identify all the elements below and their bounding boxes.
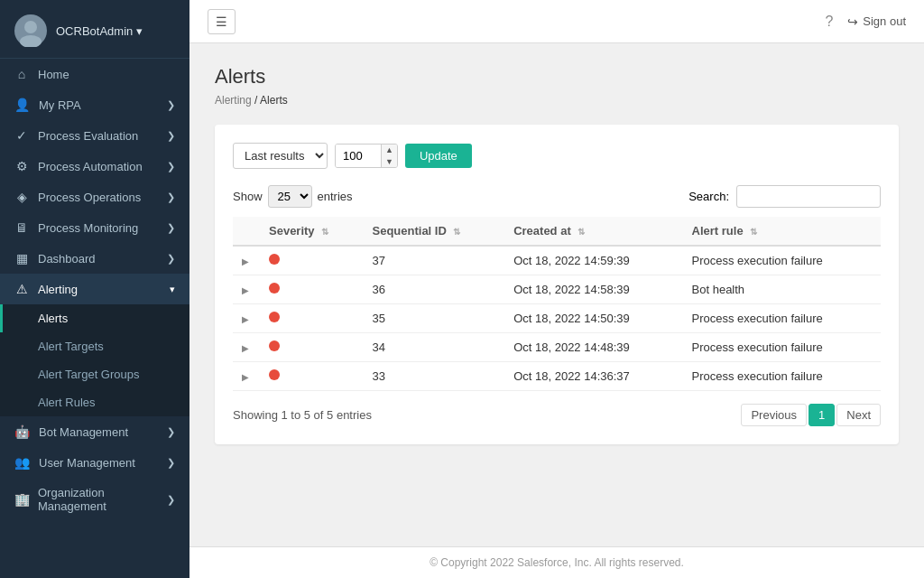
- expand-button[interactable]: ▶: [242, 372, 249, 382]
- severity-indicator: [269, 340, 280, 351]
- chevron-icon: ❯: [167, 494, 175, 506]
- sidebar-navigation: ⌂ Home 👤 My RPA ❯ ✓ Process Evaluation ❯…: [0, 59, 189, 578]
- chevron-icon: ❯: [167, 191, 175, 203]
- sidebar-item-process-automation[interactable]: ⚙ Process Automation ❯: [0, 151, 189, 182]
- chevron-icon: ❯: [167, 99, 175, 111]
- chevron-icon: ❯: [167, 222, 175, 234]
- created-at-cell: Oct 18, 2022 14:36:37: [504, 362, 682, 391]
- table-row: ▶ 36 Oct 18, 2022 14:58:39 Bot health: [233, 275, 881, 304]
- expand-cell: ▶: [233, 362, 260, 391]
- dropdown-icon: ▾: [136, 24, 143, 38]
- expand-button[interactable]: ▶: [242, 343, 249, 353]
- table-row: ▶ 37 Oct 18, 2022 14:59:39 Process execu…: [233, 246, 881, 275]
- created-at-cell: Oct 18, 2022 14:50:39: [504, 304, 682, 333]
- sidebar-item-home[interactable]: ⌂ Home: [0, 59, 189, 89]
- chevron-icon: ❯: [167, 457, 175, 469]
- severity-cell: [260, 304, 363, 333]
- table-controls: Show 25 entries Search:: [233, 185, 881, 208]
- alert-rule-cell: Process execution failure: [683, 246, 881, 275]
- created-at-cell: Oct 18, 2022 14:59:39: [504, 246, 682, 275]
- sidebar-item-dashboard[interactable]: ▦ Dashboard ❯: [0, 243, 189, 274]
- entries-select[interactable]: 25: [268, 185, 312, 208]
- chevron-icon: ❯: [167, 130, 175, 142]
- previous-button[interactable]: Previous: [741, 404, 807, 426]
- alert-rule-cell: Process execution failure: [683, 362, 881, 391]
- severity-cell: [260, 362, 363, 391]
- svg-point-1: [20, 35, 42, 47]
- dashboard-icon: ▦: [14, 251, 29, 266]
- svg-point-0: [24, 21, 37, 33]
- sidebar-item-my-rpa[interactable]: 👤 My RPA ❯: [0, 89, 189, 120]
- created-at-cell: Oct 18, 2022 14:58:39: [504, 275, 682, 304]
- table-header-row: Severity ⇅ Sequential ID ⇅ Created at ⇅: [233, 217, 881, 246]
- user-mgmt-icon: 👥: [14, 455, 30, 470]
- avatar: [14, 14, 47, 47]
- pagination: Previous 1 Next: [741, 404, 881, 426]
- help-icon[interactable]: ?: [825, 14, 833, 30]
- sidebar-sub-item-alert-rules[interactable]: Alert Rules: [0, 388, 189, 416]
- table-row: ▶ 34 Oct 18, 2022 14:48:39 Process execu…: [233, 333, 881, 362]
- table-row: ▶ 33 Oct 18, 2022 14:36:37 Process execu…: [233, 362, 881, 391]
- severity-cell: [260, 333, 363, 362]
- sort-icon-seq[interactable]: ⇅: [453, 227, 460, 237]
- expand-cell: ▶: [233, 304, 260, 333]
- sort-icon-rule[interactable]: ⇅: [750, 227, 757, 237]
- col-expand: [233, 217, 260, 246]
- hamburger-button[interactable]: ☰: [208, 9, 236, 34]
- sidebar-item-bot-management[interactable]: 🤖 Bot Management ❯: [0, 416, 189, 447]
- sort-icon-severity[interactable]: ⇅: [321, 227, 328, 237]
- update-button[interactable]: Update: [405, 144, 472, 168]
- col-severity: Severity ⇅: [260, 217, 363, 246]
- org-mgmt-icon: 🏢: [14, 492, 29, 507]
- severity-cell: [260, 275, 363, 304]
- process-auto-icon: ⚙: [14, 159, 29, 173]
- severity-cell: [260, 246, 363, 275]
- sidebar-item-process-operations[interactable]: ◈ Process Operations ❯: [0, 182, 189, 212]
- sidebar-sub-item-alert-target-groups[interactable]: Alert Target Groups: [0, 360, 189, 388]
- expand-button[interactable]: ▶: [242, 285, 249, 295]
- sidebar-item-organization-management[interactable]: 🏢 Organization Management ❯: [0, 478, 189, 521]
- increment-button[interactable]: ▲: [382, 144, 397, 156]
- sidebar-item-process-evaluation[interactable]: ✓ Process Evaluation ❯: [0, 120, 189, 151]
- severity-indicator: [269, 283, 280, 294]
- sidebar-item-process-monitoring[interactable]: 🖥 Process Monitoring ❯: [0, 212, 189, 243]
- chevron-icon: ❯: [167, 426, 175, 438]
- alert-rule-cell: Bot health: [683, 275, 881, 304]
- page-1-button[interactable]: 1: [808, 404, 835, 426]
- next-button[interactable]: Next: [836, 404, 881, 426]
- expand-button[interactable]: ▶: [242, 256, 249, 266]
- severity-indicator: [269, 369, 280, 380]
- alerting-icon: ⚠: [14, 282, 29, 296]
- severity-indicator: [269, 312, 280, 322]
- search-input[interactable]: [736, 185, 881, 208]
- search-box: Search:: [688, 185, 881, 208]
- sidebar-item-user-management[interactable]: 👥 User Management ❯: [0, 447, 189, 478]
- signout-button[interactable]: ↪ Sign out: [847, 14, 906, 29]
- chevron-icon: ❯: [167, 253, 175, 265]
- decrement-button[interactable]: ▼: [382, 156, 397, 168]
- number-input[interactable]: [336, 144, 381, 167]
- user-profile[interactable]: OCRBotAdmin ▾: [0, 0, 189, 59]
- filter-row: Last results ▲ ▼ Update: [233, 143, 881, 169]
- sequential-id-cell: 35: [363, 304, 504, 333]
- filter-dropdown[interactable]: Last results: [233, 143, 328, 169]
- process-mon-icon: 🖥: [14, 220, 29, 235]
- chevron-down-icon: ▾: [170, 284, 175, 295]
- sequential-id-cell: 36: [363, 275, 504, 304]
- sidebar-item-alerting[interactable]: ⚠ Alerting ▾: [0, 274, 189, 304]
- breadcrumb-parent[interactable]: Alerting: [215, 94, 252, 107]
- created-at-cell: Oct 18, 2022 14:48:39: [504, 333, 682, 362]
- expand-cell: ▶: [233, 333, 260, 362]
- bot-mgmt-icon: 🤖: [14, 424, 30, 439]
- alert-rule-cell: Process execution failure: [683, 333, 881, 362]
- page-title: Alerts: [215, 65, 899, 89]
- show-entries: Show 25 entries: [233, 185, 353, 208]
- signout-icon: ↪: [847, 14, 858, 29]
- alerts-card: Last results ▲ ▼ Update Show 25: [215, 125, 899, 444]
- sidebar-sub-item-alert-targets[interactable]: Alert Targets: [0, 332, 189, 360]
- sort-icon-created[interactable]: ⇅: [578, 227, 585, 237]
- expand-button[interactable]: ▶: [242, 314, 249, 324]
- col-sequential-id: Sequential ID ⇅: [363, 217, 504, 246]
- sidebar-sub-item-alerts[interactable]: Alerts: [0, 304, 189, 332]
- table-row: ▶ 35 Oct 18, 2022 14:50:39 Process execu…: [233, 304, 881, 333]
